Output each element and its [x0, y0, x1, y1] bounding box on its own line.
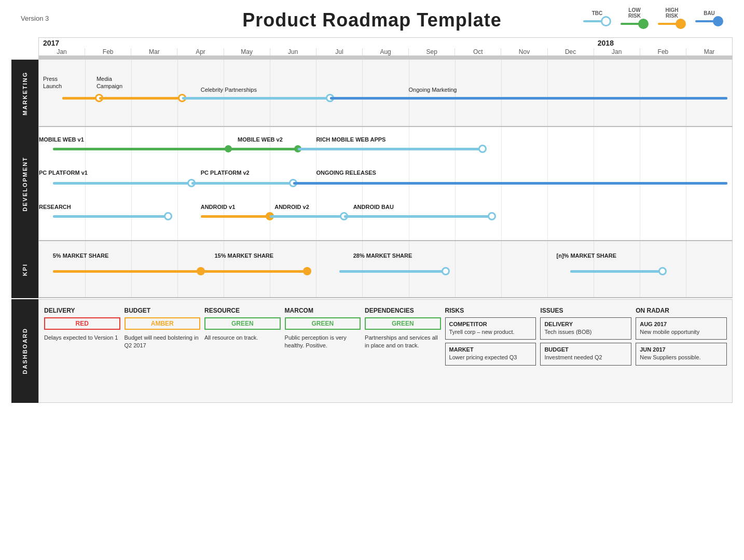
grid-line-13 [640, 60, 640, 126]
dev-pc-v2-label: PC PLATFORM v2 [201, 170, 250, 176]
month-oct: Oct [455, 48, 501, 55]
dev-mobile-bar-3 [298, 148, 483, 150]
dev-mobile-dot-3 [478, 145, 487, 153]
main-body: 2017 2018 Jan Feb Mar Apr May Jun Jul Au… [11, 37, 733, 403]
dash-resource-text: All resource on track. [204, 334, 281, 342]
legend-bau: BAU [695, 10, 723, 26]
development-section: DEVELOPMENT MOBILE WEB v1 [11, 127, 733, 241]
dash-budget-text: Budget will need bolstering in Q2 2017 [125, 334, 201, 350]
dash-marcom-badge: GREEN [285, 317, 361, 330]
dash-marcom-title: MARCOM [285, 307, 361, 314]
grid-line-5 [270, 60, 270, 126]
legend-high-risk-label: HIGHRISK [666, 7, 679, 19]
legend-low-risk: LOWRISK [621, 7, 649, 29]
kpi-gl-12 [594, 241, 594, 297]
dev-pc-bar-1 [53, 182, 191, 185]
dev-mobile-web-v2-label: MOBILE WEB v2 [238, 136, 283, 143]
dash-risks-box-1-text: Tyrell corp – new product. [449, 328, 532, 336]
dash-risks-box-2-title: MARKET [449, 346, 532, 353]
month-jan2: Jan [594, 48, 640, 55]
dash-marcom-text: Public perception is very healthy. Posit… [285, 334, 361, 350]
dashboard-label: DASHBOARD [22, 328, 28, 374]
legend-tbc: TBC [583, 10, 611, 26]
kpi-dot-3 [442, 267, 450, 275]
marketing-press-launch-label: PressLaunch [43, 75, 62, 90]
dev-pc-bar-3 [293, 182, 727, 185]
kpi-gl-5 [270, 241, 270, 297]
dash-risks-box-2-text: Lower pricing expected Q3 [449, 354, 532, 361]
grid-line-3 [177, 60, 178, 126]
marketing-bar-2 [99, 97, 182, 100]
month-dec: Dec [548, 48, 594, 55]
dash-issues-title: ISSUES [540, 307, 631, 314]
dash-dependencies-text: Partnerships and services all in place a… [365, 334, 441, 350]
dev-ongoing-releases-label: ONGOING RELEASES [316, 170, 376, 176]
dash-dependencies: DEPENDENCIES GREEN Partnerships and serv… [365, 307, 441, 395]
dash-radar-box-1: AUG 2017 New mobile opportunity [636, 317, 727, 340]
marketing-label: MARKETING [22, 72, 28, 116]
kpi-gl-4 [224, 241, 224, 297]
kpi-gl-14 [686, 241, 686, 297]
dash-budget-badge: AMBER [125, 317, 201, 330]
kpi-gl-1 [85, 241, 86, 297]
grid-line-6 [316, 60, 316, 126]
grid-line-8 [409, 60, 409, 126]
dev-rich-mobile-label: RICH MOBILE WEB APPS [316, 136, 385, 143]
dev-android-v1-label: ANDROID v1 [201, 204, 236, 210]
grid-line-2 [131, 60, 132, 126]
version-label: Version 3 [21, 15, 49, 22]
kpi-gl-10 [501, 241, 502, 297]
kpi-dot-4 [658, 267, 667, 275]
dash-issues: ISSUES DELIVERY Tech issues (BOB) BUDGET… [540, 307, 631, 395]
legend: TBC LOWRISK HIGHRISK [583, 7, 723, 29]
dash-radar-box-2-date: JUN 2017 [640, 346, 723, 353]
dash-radar-box-1-text: New mobile opportunity [640, 328, 723, 336]
dash-budget-title: BUDGET [125, 307, 201, 314]
grid-line-1 [85, 60, 86, 126]
month-sep: Sep [409, 48, 455, 55]
dash-resource-title: RESOURCE [204, 307, 281, 314]
month-aug: Aug [363, 48, 409, 55]
month-feb: Feb [85, 48, 131, 55]
kpi-gl-13 [640, 241, 640, 297]
dev-mobile-bar-2 [228, 148, 298, 150]
marketing-gantt: PressLaunch MediaCampaign Celebrity Part… [38, 60, 733, 127]
kpi-bar-2 [201, 270, 307, 273]
marketing-media-campaign-label: MediaCampaign [97, 75, 122, 90]
dash-issues-box-2-text: Investment needed Q2 [544, 354, 627, 361]
month-header: 2017 2018 Jan Feb Mar Apr May Jun Jul Au… [38, 37, 733, 55]
grid-line-10 [501, 60, 502, 126]
kpi-bar-1 [53, 270, 201, 273]
month-apr: Apr [177, 48, 224, 55]
dash-risks-box-1: COMPETITOR Tyrell corp – new product. [445, 317, 536, 340]
month-mar: Mar [131, 48, 177, 55]
kpi-gl-6 [316, 241, 316, 297]
months-row: Jan Feb Mar Apr May Jun Jul Aug Sep Oct … [39, 48, 732, 55]
grid-line-14 [686, 60, 686, 126]
dev-mobile-bar-1 [53, 148, 228, 150]
kpi-label-cell: KPI [11, 241, 38, 298]
legend-low-line [621, 23, 639, 25]
month-may: May [224, 48, 270, 55]
kpi-bar-3 [339, 270, 446, 273]
dev-mobile-web-v1-label: MOBILE WEB v1 [39, 136, 84, 143]
dev-android-bau-label: ANDROID BAU [353, 204, 394, 210]
kpi-gl-9 [455, 241, 456, 297]
kpi-gantt: 5% MARKET SHARE 15% MARKET SHARE 28% MAR… [38, 241, 733, 298]
dev-android-v2-label: ANDROID v2 [274, 204, 309, 210]
legend-high-line [658, 23, 677, 25]
dev-android-bar-2 [270, 215, 344, 218]
dash-delivery-text: Delays expected to Version 1 [44, 334, 120, 342]
kpi-gl-7 [362, 241, 363, 297]
dash-risks-box-1-title: COMPETITOR [449, 321, 532, 327]
month-mar2: Mar [686, 48, 732, 55]
kpi-bar-4 [570, 270, 663, 273]
sep-spacer [11, 55, 38, 60]
dash-issues-box-1-text: Tech issues (BOB) [544, 328, 627, 336]
development-label: DEVELOPMENT [22, 157, 28, 212]
month-nov: Nov [501, 48, 547, 55]
legend-tbc-line [583, 20, 602, 22]
separator-bar [38, 55, 733, 60]
development-gantt: MOBILE WEB v1 MOBILE WEB v2 RICH MOBILE … [38, 127, 733, 241]
dash-radar-box-2-text: New Suppliers possible. [640, 354, 723, 361]
